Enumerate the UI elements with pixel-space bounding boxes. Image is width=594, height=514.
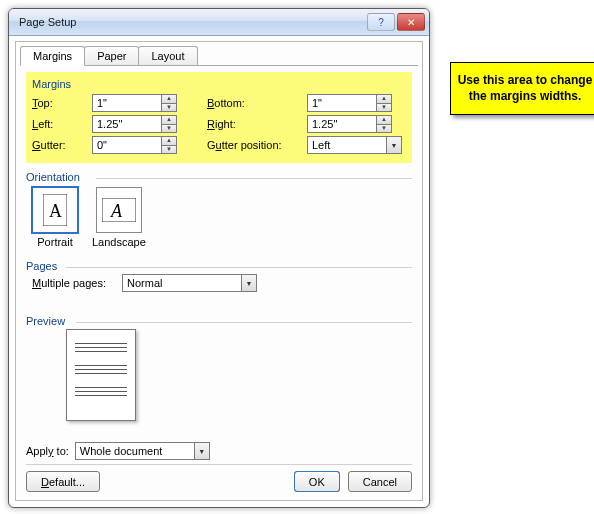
page-setup-dialog: Page Setup ? ✕ Margins Paper Layout Marg… xyxy=(8,8,430,508)
spin-up-icon[interactable]: ▲ xyxy=(161,136,177,145)
top-label: Top: xyxy=(32,97,92,109)
spin-down-icon[interactable]: ▼ xyxy=(161,124,177,134)
orientation-label: Orientation xyxy=(26,171,412,183)
bottom-input[interactable] xyxy=(307,94,377,112)
spin-up-icon[interactable]: ▲ xyxy=(376,94,392,103)
orientation-portrait[interactable]: A Portrait xyxy=(32,187,78,248)
tab-panel-margins: Margins Top: ▲▼ Bottom: ▲▼ Left: xyxy=(20,65,418,421)
gutter-spinner[interactable]: ▲▼ xyxy=(92,136,177,154)
left-input[interactable] xyxy=(92,115,162,133)
pages-label: Pages xyxy=(26,260,412,272)
apply-to-label: Apply to: xyxy=(26,445,69,457)
spin-down-icon[interactable]: ▼ xyxy=(376,124,392,134)
bottom-spinner[interactable]: ▲▼ xyxy=(307,94,392,112)
button-bar: Default... OK Cancel xyxy=(26,464,412,492)
gutter-pos-select[interactable]: Left ▼ xyxy=(307,136,402,154)
spin-down-icon[interactable]: ▼ xyxy=(161,145,177,155)
margins-section: Margins Top: ▲▼ Bottom: ▲▼ Left: xyxy=(26,72,412,163)
orientation-landscape[interactable]: A Landscape xyxy=(92,187,146,248)
left-spinner[interactable]: ▲▼ xyxy=(92,115,177,133)
right-input[interactable] xyxy=(307,115,377,133)
right-spinner[interactable]: ▲▼ xyxy=(307,115,392,133)
multiple-pages-label: Multiple pages: xyxy=(32,277,122,289)
spin-up-icon[interactable]: ▲ xyxy=(376,115,392,124)
apply-to-row: Apply to: Whole document ▼ xyxy=(26,442,412,460)
annotation-text: Use this area to change the margins widt… xyxy=(458,73,593,103)
tab-layout[interactable]: Layout xyxy=(138,46,197,65)
spin-down-icon[interactable]: ▼ xyxy=(161,103,177,113)
pages-section: Pages Multiple pages: Normal ▼ xyxy=(26,258,412,295)
tab-paper[interactable]: Paper xyxy=(84,46,139,65)
spin-up-icon[interactable]: ▲ xyxy=(161,94,177,103)
tab-strip: Margins Paper Layout xyxy=(16,42,422,65)
svg-text:A: A xyxy=(49,201,62,221)
orientation-section: Orientation A Portrait A Landscape xyxy=(26,169,412,254)
svg-text:A: A xyxy=(110,201,123,221)
portrait-label: Portrait xyxy=(37,236,72,248)
landscape-icon: A xyxy=(96,187,142,233)
dialog-body: Margins Paper Layout Margins Top: ▲▼ Bot… xyxy=(15,41,423,501)
ok-button[interactable]: OK xyxy=(294,471,340,492)
top-spinner[interactable]: ▲▼ xyxy=(92,94,177,112)
preview-page-icon xyxy=(66,329,136,421)
close-button[interactable]: ✕ xyxy=(397,13,425,31)
preview-section: Preview xyxy=(26,313,412,421)
left-label: Left: xyxy=(32,118,92,130)
apply-to-value: Whole document xyxy=(75,442,195,460)
default-button[interactable]: Default... xyxy=(26,471,100,492)
multiple-pages-select[interactable]: Normal ▼ xyxy=(122,274,257,292)
titlebar: Page Setup ? ✕ xyxy=(9,9,429,36)
annotation-note: Use this area to change the margins widt… xyxy=(450,62,594,115)
bottom-label: Bottom: xyxy=(207,97,307,109)
window-title: Page Setup xyxy=(19,16,365,28)
multiple-pages-value: Normal xyxy=(122,274,242,292)
top-input[interactable] xyxy=(92,94,162,112)
gutter-pos-value: Left xyxy=(307,136,387,154)
gutter-label: Gutter: xyxy=(32,139,92,151)
chevron-down-icon[interactable]: ▼ xyxy=(241,274,257,292)
gutter-pos-label: Gutter position: xyxy=(207,139,307,151)
preview-label: Preview xyxy=(26,315,412,327)
apply-to-select[interactable]: Whole document ▼ xyxy=(75,442,210,460)
help-button[interactable]: ? xyxy=(367,13,395,31)
margins-label: Margins xyxy=(32,78,406,90)
cancel-button[interactable]: Cancel xyxy=(348,471,412,492)
chevron-down-icon[interactable]: ▼ xyxy=(386,136,402,154)
portrait-icon: A xyxy=(32,187,78,233)
spin-down-icon[interactable]: ▼ xyxy=(376,103,392,113)
tab-margins[interactable]: Margins xyxy=(20,46,85,66)
right-label: Right: xyxy=(207,118,307,130)
spin-up-icon[interactable]: ▲ xyxy=(161,115,177,124)
gutter-input[interactable] xyxy=(92,136,162,154)
chevron-down-icon[interactable]: ▼ xyxy=(194,442,210,460)
landscape-label: Landscape xyxy=(92,236,146,248)
